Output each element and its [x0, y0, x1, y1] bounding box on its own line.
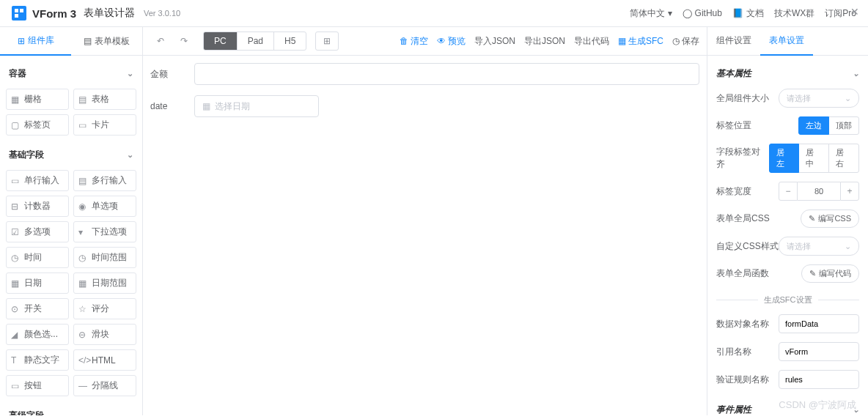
prop-label: 引用名称	[716, 346, 751, 358]
widget-radio[interactable]: ◉单选项	[73, 196, 136, 217]
widget-divider[interactable]: —分隔线	[73, 375, 136, 396]
save-button[interactable]: ◷保存	[672, 35, 699, 48]
center-panel: ↶ ↷ PC Pad H5 ⊞ 🗑清空 👁预览 导入JSON 导出JSON 导出…	[143, 27, 707, 415]
tree-button[interactable]: ⊞	[315, 31, 339, 51]
svg-rect-0	[15, 9, 18, 12]
rules-name-input[interactable]	[779, 370, 859, 389]
align-left[interactable]: 居左	[769, 144, 800, 173]
widget-switch[interactable]: ⊙开关	[6, 298, 69, 319]
import-json-button[interactable]: 导入JSON	[474, 35, 515, 48]
widget-static[interactable]: T静态文字	[6, 349, 69, 371]
export-json-button[interactable]: 导出JSON	[524, 35, 565, 48]
redo-button[interactable]: ↷	[174, 32, 194, 50]
number-icon: ⊟	[11, 201, 21, 211]
sfc-divider: 生成SFC设置	[764, 294, 812, 305]
svg-rect-1	[20, 9, 23, 12]
global-size-select[interactable]: 请选择⌄	[779, 89, 859, 108]
ref-name-input[interactable]	[779, 342, 859, 361]
code-icon: </>	[78, 355, 88, 365]
book-icon: 📘	[732, 8, 743, 18]
amount-input[interactable]	[194, 63, 699, 85]
github-link[interactable]: ◯GitHub	[683, 8, 722, 18]
text-icon: T	[11, 355, 21, 365]
section-container[interactable]: 容器⌄	[6, 62, 136, 86]
widget-tabs[interactable]: ▢标签页	[6, 114, 69, 136]
plus-button[interactable]: +	[840, 182, 859, 201]
tab-components[interactable]: ⊞组件库	[0, 27, 71, 56]
device-h5[interactable]: H5	[274, 32, 306, 50]
calendar-icon: ▦	[11, 278, 21, 288]
widget-checkbox[interactable]: ☑多选项	[6, 221, 69, 242]
widget-timerange[interactable]: ◷时间范围	[73, 247, 136, 268]
star-icon: ☆	[78, 304, 88, 314]
prop-label: 全局组件大小	[716, 92, 769, 105]
header: VForm 3 表单设计器 Ver 3.0.10 简体中文 ▾ ◯GitHub …	[0, 0, 868, 27]
svg-rect-2	[15, 14, 18, 18]
section-advanced[interactable]: 高级字段⌄	[6, 404, 136, 415]
grid-icon: ▦	[11, 94, 21, 104]
palette-icon: ◢	[11, 330, 21, 339]
preview-button[interactable]: 👁预览	[437, 35, 466, 48]
radio-icon: ◉	[78, 201, 88, 211]
save-icon: ◷	[672, 36, 680, 46]
widget-select[interactable]: ▾下拉选项	[73, 221, 136, 242]
form-row-date[interactable]: date ▦ 选择日期	[150, 95, 699, 117]
gen-sfc-button[interactable]: ▦生成SFC	[618, 35, 663, 48]
form-canvas[interactable]: 金额 date ▦ 选择日期	[143, 56, 707, 415]
widget-input[interactable]: ▭单行输入	[6, 170, 69, 191]
align-right[interactable]: 居右	[828, 144, 859, 173]
widget-grid-layout[interactable]: ▦栅格	[6, 89, 69, 110]
labelpos-top[interactable]: 顶部	[828, 116, 859, 135]
widget-daterange[interactable]: ▦日期范围	[73, 272, 136, 294]
prop-label: 表单全局CSS	[716, 212, 770, 225]
prop-label: 标签宽度	[716, 185, 751, 198]
widget-number[interactable]: ⊟计数器	[6, 196, 69, 217]
divider-icon: —	[78, 381, 88, 390]
chevron-down-icon: ⌄	[845, 94, 851, 103]
tab-form-settings[interactable]: 表单设置	[760, 27, 813, 56]
toolbar: ↶ ↷ PC Pad H5 ⊞ 🗑清空 👁预览 导入JSON 导出JSON 导出…	[143, 27, 707, 56]
minus-button[interactable]: −	[779, 182, 798, 201]
widget-table[interactable]: ▤表格	[73, 89, 136, 110]
date-input[interactable]: ▦ 选择日期	[194, 95, 319, 117]
tab-widget-settings[interactable]: 组件设置	[707, 27, 760, 55]
export-code-button[interactable]: 导出代码	[574, 35, 609, 48]
tab-templates[interactable]: ▤表单模板	[71, 27, 142, 55]
lang-selector[interactable]: 简体中文 ▾	[630, 7, 672, 20]
component-icon: ⊞	[18, 36, 25, 46]
widget-date[interactable]: ▦日期	[6, 272, 69, 294]
label-width-stepper[interactable]: − 80 +	[779, 182, 859, 201]
left-sidebar: ⊞组件库 ▤表单模板 容器⌄ ▦栅格 ▤表格 ▢标签页 ▭卡片 基础字段⌄ ▭单…	[0, 27, 143, 415]
widget-button[interactable]: ▭按钮	[6, 375, 69, 396]
prop-label: 字段标签对齐	[716, 146, 769, 171]
widget-slider[interactable]: ⊖滑块	[73, 324, 136, 345]
form-row-amount[interactable]: 金额	[150, 63, 699, 85]
widget-card[interactable]: ▭卡片	[73, 114, 136, 136]
device-pc[interactable]: PC	[204, 32, 238, 50]
wxgroup-link[interactable]: 技术WX群	[774, 7, 814, 20]
section-basic[interactable]: 基础字段⌄	[6, 143, 136, 167]
section-basic-props[interactable]: 基本属性⌄	[716, 63, 859, 84]
watermark: CSDN @宁波阿成	[779, 398, 856, 412]
widget-html[interactable]: </>HTML	[73, 349, 136, 371]
prop-label: 验证规则名称	[716, 374, 769, 386]
widget-time[interactable]: ◷时间	[6, 247, 69, 268]
close-icon[interactable]: ✕	[850, 6, 859, 18]
clear-button[interactable]: 🗑清空	[400, 35, 428, 48]
app-subtitle: 表单设计器	[84, 7, 135, 20]
prop-label: 自定义CSS样式	[716, 240, 779, 253]
device-pad[interactable]: Pad	[238, 32, 274, 50]
docs-link[interactable]: 📘文档	[732, 7, 764, 20]
align-center[interactable]: 居中	[798, 144, 829, 173]
widget-color[interactable]: ◢颜色选...	[6, 324, 69, 345]
widget-rate[interactable]: ☆评分	[73, 298, 136, 319]
clock-icon: ◷	[11, 253, 21, 262]
widget-textarea[interactable]: ▤多行输入	[73, 170, 136, 191]
data-obj-input[interactable]	[779, 314, 859, 333]
undo-button[interactable]: ↶	[150, 32, 171, 50]
labelpos-left[interactable]: 左边	[798, 116, 829, 135]
write-code-button[interactable]: ✎编写代码	[801, 264, 859, 283]
edit-icon: ✎	[809, 269, 816, 278]
custom-css-select[interactable]: 请选择⌄	[779, 237, 859, 256]
write-css-button[interactable]: ✎编写CSS	[801, 210, 859, 228]
